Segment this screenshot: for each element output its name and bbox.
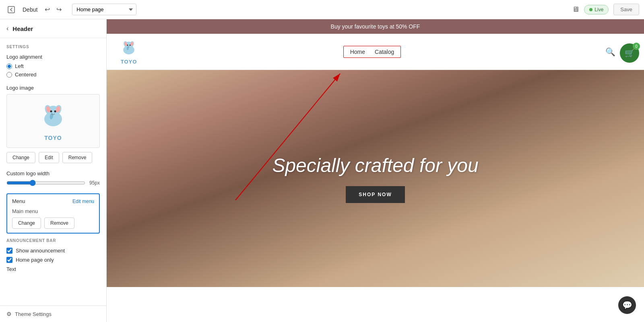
logo-alignment-options: Left Centered — [6, 63, 100, 78]
radio-centered-input[interactable] — [6, 72, 12, 78]
logo-name-text: TOYO — [44, 135, 62, 141]
store-header: TOYO Home Catalog 🔍 👜 — [107, 34, 644, 70]
edit-logo-button[interactable]: Edit — [39, 152, 59, 163]
radio-left[interactable]: Left — [6, 63, 100, 69]
undo-redo-group: ↩ ↪ — [42, 4, 64, 15]
menu-header: Menu Edit menu — [12, 198, 94, 204]
topbar: Debut ↩ ↪ Home page 🖥 Live Save — [0, 0, 644, 19]
announcement-text: Buy your favourite toys at 50% OFF — [331, 23, 420, 30]
home-page-only-item[interactable]: Home page only — [6, 257, 100, 263]
radio-left-input[interactable] — [6, 64, 12, 69]
redo-button[interactable]: ↪ — [54, 4, 64, 15]
nav-menu: Home Catalog — [343, 46, 401, 58]
undo-button[interactable]: ↩ — [42, 4, 52, 15]
sidebar: ‹ Header SETTINGS Logo alignment Left Ce… — [0, 19, 107, 322]
logo-alignment-group: Logo alignment Left Centered — [6, 54, 100, 78]
store-logo-image — [119, 39, 139, 59]
svg-point-17 — [127, 45, 128, 46]
hero-section: Specially crafted for you SHOP NOW — [107, 70, 644, 287]
show-announcement-checkbox[interactable] — [6, 248, 12, 254]
live-badge: Live — [584, 5, 609, 14]
sidebar-header: ‹ Header — [0, 19, 106, 38]
cart-bubble[interactable]: 🛒 0 — [620, 43, 639, 63]
live-dot — [589, 8, 592, 11]
gear-icon: ⚙ — [6, 311, 12, 317]
hero-title: Specially crafted for you — [272, 154, 478, 176]
theme-settings-bar[interactable]: ⚙ Theme Settings — [0, 306, 106, 322]
sidebar-content: SETTINGS Logo alignment Left Centered — [0, 38, 106, 306]
logo-action-buttons: Change Edit Remove — [6, 152, 100, 163]
logo-image-preview — [37, 101, 69, 133]
cart-icon: 🛒 — [625, 48, 635, 58]
store-logo: TOYO — [119, 39, 139, 65]
page-selector[interactable]: Home page — [72, 4, 136, 15]
svg-point-9 — [54, 111, 56, 113]
logo-preview-box: TOYO — [6, 94, 100, 148]
home-page-only-label: Home page only — [16, 257, 54, 263]
settings-section-label: SETTINGS — [6, 45, 100, 49]
menu-name: Main menu — [12, 208, 94, 214]
search-icon[interactable]: 🔍 — [605, 47, 615, 57]
live-label: Live — [594, 7, 603, 12]
edit-menu-link[interactable]: Edit menu — [72, 199, 94, 204]
change-menu-button[interactable]: Change — [12, 217, 41, 229]
show-announcement-item[interactable]: Show announcement — [6, 248, 100, 254]
logo-image-label: Logo image — [6, 85, 100, 91]
logo-width-slider-row: 95px — [6, 180, 100, 186]
text-label: Text — [6, 266, 100, 272]
radio-centered-label: Centered — [15, 72, 36, 78]
main-area: ‹ Header SETTINGS Logo alignment Left Ce… — [0, 19, 644, 322]
logo-image-group: Logo image TOYO — [6, 85, 100, 163]
canvas-inner: Buy your favourite toys at 50% OFF — [107, 19, 644, 322]
save-button[interactable]: Save — [613, 4, 639, 15]
remove-logo-button[interactable]: Remove — [62, 152, 93, 163]
chat-icon: 💬 — [622, 300, 632, 310]
menu-section: Menu Edit menu Main menu Change Remove — [6, 193, 100, 234]
announcement-section: ANNOUNCEMENT BAR Show announcement Home … — [6, 238, 100, 272]
theme-settings-label: Theme Settings — [15, 311, 52, 317]
announcement-bar-label: ANNOUNCEMENT BAR — [6, 238, 100, 243]
nav-home[interactable]: Home — [350, 49, 365, 55]
store-name: Debut — [23, 6, 37, 13]
cart-badge: 0 — [633, 43, 640, 50]
change-logo-button[interactable]: Change — [6, 152, 35, 163]
topbar-right: 🖥 Live Save — [572, 4, 639, 15]
radio-left-label: Left — [15, 63, 24, 69]
sidebar-back-button[interactable]: ‹ — [6, 25, 8, 32]
svg-rect-0 — [8, 6, 14, 13]
remove-menu-button[interactable]: Remove — [44, 217, 74, 229]
chat-bubble[interactable]: 💬 — [618, 296, 636, 314]
canvas-area: Buy your favourite toys at 50% OFF — [107, 19, 644, 322]
svg-point-8 — [50, 111, 52, 113]
logo-alignment-label: Logo alignment — [6, 54, 100, 60]
page-select[interactable]: Home page — [72, 4, 136, 15]
shop-now-button[interactable]: SHOP NOW — [346, 186, 405, 203]
logo-width-group: Custom logo width 95px — [6, 170, 100, 186]
announcement-bar: Buy your favourite toys at 50% OFF — [107, 19, 644, 34]
radio-centered[interactable]: Centered — [6, 72, 100, 78]
show-announcement-label: Show announcement — [16, 248, 65, 254]
logo-width-slider[interactable] — [6, 180, 85, 186]
logo-width-label: Custom logo width — [6, 170, 100, 176]
svg-point-18 — [130, 45, 131, 46]
logo-width-value: 95px — [89, 180, 100, 186]
back-button[interactable] — [5, 3, 18, 16]
device-preview-icon[interactable]: 🖥 — [572, 5, 579, 14]
sidebar-title: Header — [12, 25, 33, 32]
menu-label: Menu — [12, 198, 25, 204]
home-page-only-checkbox[interactable] — [6, 257, 12, 263]
menu-action-buttons: Change Remove — [12, 217, 94, 229]
topbar-left: Debut ↩ ↪ Home page — [5, 3, 136, 16]
store-logo-name: TOYO — [121, 59, 137, 65]
hero-content: Specially crafted for you SHOP NOW — [272, 154, 478, 203]
nav-catalog[interactable]: Catalog — [375, 49, 394, 55]
